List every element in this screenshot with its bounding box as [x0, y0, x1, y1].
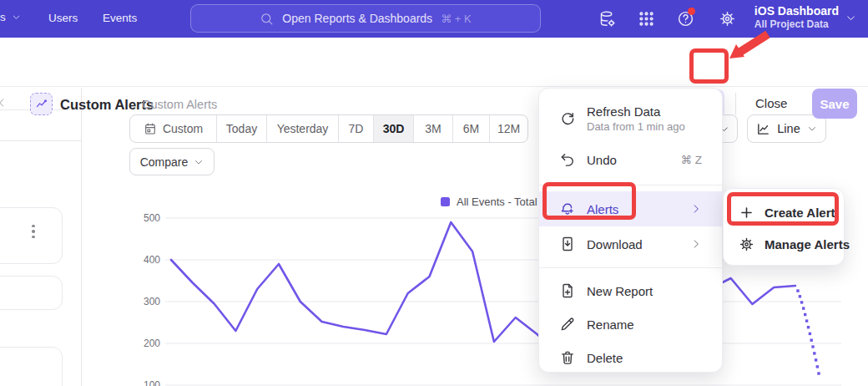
undo-icon [559, 151, 576, 168]
data-sources-icon[interactable] [598, 10, 616, 28]
new-report-icon [559, 282, 576, 299]
range-7d[interactable]: 7D [338, 115, 373, 142]
chart-legend[interactable]: All Events - Total [441, 196, 537, 208]
menu-divider [539, 185, 722, 185]
insights-report-icon [30, 93, 53, 115]
metric-card[interactable] [0, 207, 63, 264]
menu-item-undo[interactable]: Undo ⌘ Z [539, 140, 722, 179]
legend-label: All Events - Total [457, 196, 537, 208]
close-button[interactable]: Close [755, 96, 787, 110]
range-30d-active[interactable]: 30D [373, 115, 413, 142]
metric-card[interactable] [0, 276, 63, 310]
search-shortcut: ⌘ + K [441, 13, 472, 25]
menu-item-delete[interactable]: Delete [539, 341, 722, 373]
chevron-down-icon [807, 124, 817, 134]
kebab-menu-icon[interactable] [28, 220, 39, 243]
range-12m[interactable]: 12M [489, 115, 527, 142]
range-3m[interactable]: 3M [413, 115, 452, 142]
menu-divider [539, 267, 722, 268]
svg-text:100: 100 [144, 379, 160, 386]
undo-shortcut: ⌘ Z [681, 153, 703, 166]
sidebar-divider [0, 140, 81, 141]
project-selector[interactable]: iOS Dashboard All Project Data [754, 4, 856, 31]
notification-badge [688, 8, 695, 15]
save-button[interactable]: Save [812, 89, 857, 119]
menu-item-download[interactable]: Download [539, 226, 722, 262]
calendar-icon [144, 122, 157, 135]
chevron-down-icon [12, 13, 21, 22]
chevron-down-icon [845, 13, 856, 23]
bell-plus-icon [559, 201, 576, 217]
plus-icon [739, 205, 754, 221]
menu-item-alerts[interactable]: Alerts [539, 191, 722, 226]
metrics-sidebar [0, 88, 82, 386]
compare-button[interactable]: Compare [129, 148, 214, 175]
nav-item-users[interactable]: Users [48, 12, 78, 24]
nav-item-events[interactable]: Events [103, 12, 137, 24]
toolbar-divider [735, 93, 736, 115]
metric-card[interactable] [0, 347, 63, 386]
search-icon [260, 12, 274, 26]
back-chevron-icon[interactable] [0, 97, 8, 109]
top-nav: s Users Events Open Reports & Dashboards… [0, 0, 868, 38]
chevron-down-icon [194, 157, 204, 167]
range-yesterday[interactable]: Yesterday [266, 115, 338, 142]
legend-swatch [441, 197, 450, 206]
range-6m[interactable]: 6M [452, 115, 489, 142]
submenu-item-create-alert[interactable]: Create Alert [724, 196, 844, 228]
range-label: Custom [163, 122, 203, 135]
settings-gear-icon[interactable] [719, 10, 736, 28]
chart-type-button[interactable]: Line [747, 114, 826, 143]
refresh-freshness-text: Data from 1 min ago [587, 120, 685, 133]
help-icon[interactable] [677, 10, 694, 28]
svg-text:300: 300 [144, 296, 160, 307]
search-placeholder: Open Reports & Dashboards [282, 12, 432, 25]
date-range-selector: Custom Today Yesterday 7D 30D 3M 6M 12M [129, 114, 528, 143]
line-chart-icon [756, 122, 770, 136]
chevron-right-icon [690, 238, 702, 250]
svg-text:400: 400 [144, 254, 160, 266]
menu-item-refresh-data[interactable]: Refresh Data Data from 1 min ago [539, 97, 722, 140]
page-title: Custom Alerts [60, 97, 154, 113]
report-toolbar: Custom Alerts Custom Alerts GV Duplicate… [0, 38, 868, 87]
range-today[interactable]: Today [216, 115, 266, 142]
menu-item-rename[interactable]: Rename [539, 307, 722, 341]
svg-text:500: 500 [144, 212, 160, 224]
range-custom[interactable]: Custom [130, 115, 216, 142]
download-icon [559, 236, 576, 252]
global-search-input[interactable]: Open Reports & Dashboards ⌘ + K [190, 4, 541, 33]
nav-partial-label: s [0, 11, 6, 23]
project-name: iOS Dashboard [754, 4, 839, 18]
nav-item-partial[interactable]: s [0, 11, 21, 23]
project-scope: All Project Data [754, 18, 839, 31]
chart-type-label: Line [777, 122, 800, 135]
svg-text:200: 200 [144, 338, 160, 349]
submenu-item-manage-alerts[interactable]: Manage Alerts [724, 228, 844, 260]
apps-grid-icon[interactable] [638, 10, 655, 28]
breadcrumb: Custom Alerts [142, 98, 217, 111]
more-options-menu: Refresh Data Data from 1 min ago Undo ⌘ … [538, 88, 723, 373]
alerts-submenu: Create Alert Manage Alerts [723, 188, 845, 266]
gear-icon [739, 236, 754, 252]
chevron-right-icon [690, 203, 702, 215]
trash-icon [559, 349, 576, 366]
menu-item-new-report[interactable]: New Report [539, 274, 722, 307]
pencil-icon [559, 316, 576, 333]
refresh-icon [559, 110, 576, 127]
